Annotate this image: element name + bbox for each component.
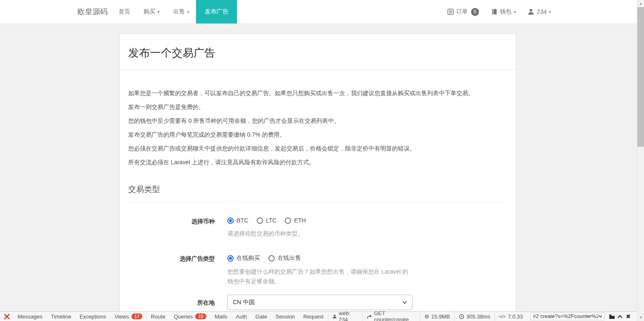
card-body: 如果您是一个频繁的交易者，可以发布自己的交易广告。如果您只想购买或出售一次，我们…	[120, 70, 516, 321]
field-row-coin: 选择币种 BTC LTC ETH	[128, 217, 507, 238]
debugbar-tab-queries[interactable]: Queries10	[170, 312, 211, 321]
route-status-text: GET counter/create	[374, 310, 415, 321]
debugbar-tab-timeline[interactable]: Timeline	[46, 312, 75, 321]
scrollbar-thumb[interactable]	[637, 7, 644, 147]
chevron-up-icon[interactable]	[616, 312, 624, 321]
radio-option-btc[interactable]: BTC	[227, 217, 248, 224]
debugbar-tab-request[interactable]: Request	[299, 312, 327, 321]
orders-label: 订单	[456, 8, 468, 16]
section-divider	[128, 202, 507, 203]
location-select[interactable]: CN 中国	[227, 295, 412, 310]
nav-home-label: 首页	[118, 8, 130, 16]
intro-paragraph: 发布交易广告的用户每笔完成的交易需要缴纳 0.7% 的费用。	[128, 131, 507, 138]
user-icon	[528, 8, 534, 15]
intro-paragraph: 所有交流必须在 Laravel 上进行，请注意高风险有欺诈风险的付款方式。	[128, 159, 507, 166]
time-status-text: 305.38ms	[466, 313, 490, 320]
section-title-trade-type: 交易类型	[128, 184, 507, 195]
php-debugbar: Messages Timeline Exceptions Views17 Rou…	[0, 311, 644, 321]
intro-paragraph: 如果您是一个频繁的交易者，可以发布自己的交易广告。如果您只想购买或出售一次，我们…	[128, 90, 507, 96]
brand[interactable]: 欧皇源码	[77, 7, 108, 17]
coin-radio-group: BTC LTC ETH	[227, 217, 412, 224]
username-label: 234	[537, 8, 546, 15]
debugbar-route-status: GET counter/create	[362, 312, 420, 321]
tab-label: Auth	[236, 313, 247, 320]
wallet-icon	[491, 8, 497, 15]
ad-type-radio-group: 在线购买 在线出售	[227, 254, 412, 262]
ad-type-field-control: 在线购买 在线出售 您想要创建什么样的交易广告？如果您想出售，请确保您在 Lar…	[227, 254, 412, 286]
chevron-down-icon	[598, 315, 602, 318]
main-nav: 首页 购买 ▾ 出售 ▾ 发布广告	[112, 0, 237, 23]
vertical-scrollbar[interactable]: ▲ ▼	[637, 0, 644, 321]
wallet-menu[interactable]: 钱包 ▾	[485, 8, 522, 16]
debugbar-tab-mails[interactable]: Mails	[211, 312, 232, 321]
folder-icon[interactable]	[608, 312, 616, 321]
debugbar-tab-gate[interactable]: Gate	[251, 312, 271, 321]
location-select-value: CN 中国	[233, 299, 255, 306]
radio-option-online-sell[interactable]: 在线出售	[268, 254, 301, 262]
tab-label: Route	[151, 313, 165, 320]
coin-field-label: 选择币种	[128, 217, 215, 238]
radio-online-sell-label: 在线出售	[278, 254, 301, 262]
wallet-label: 钱包	[500, 8, 512, 16]
radio-unchecked-icon	[257, 217, 263, 224]
intro-paragraphs: 如果您是一个频繁的交易者，可以发布自己的交易广告。如果您只想购买或出售一次，我们…	[128, 90, 507, 166]
close-icon[interactable]: ✖	[624, 312, 632, 321]
history-select-value: #2 create?s=%2Fcounter%2F	[533, 313, 598, 319]
nav-item-home[interactable]: 首页	[112, 0, 137, 23]
scrollbar-up-arrow-icon[interactable]: ▲	[637, 0, 644, 7]
nav-item-sell[interactable]: 出售 ▾	[167, 0, 196, 23]
queries-count-badge: 10	[195, 313, 206, 319]
debugbar-logo-icon[interactable]	[4, 313, 10, 320]
memory-status-text: 15.9MB	[431, 313, 450, 320]
screen: 欧皇源码 首页 购买 ▾ 出售 ▾ 发布广告 订单 5	[0, 0, 644, 321]
ad-type-field-label: 选择广告类型	[128, 254, 215, 286]
tab-label: Exceptions	[80, 313, 106, 320]
debugbar-tab-auth[interactable]: Auth	[232, 312, 251, 321]
ad-form-card: 发布一个交易广告 如果您是一个频繁的交易者，可以发布自己的交易广告。如果您只想购…	[119, 34, 516, 321]
intro-paragraph: 您的钱包中至少需要有 0 所售币种的可用余额，您的广告才会显示在交易列表中。	[128, 117, 507, 124]
debugbar-history-select[interactable]: #2 create?s=%2Fcounter%2F	[531, 313, 605, 320]
tab-label: Session	[276, 313, 295, 320]
chevron-down-icon: ▾	[157, 9, 160, 15]
tab-label: Queries	[174, 313, 193, 320]
auth-status-text: web: 234	[339, 310, 358, 321]
radio-checked-icon	[227, 217, 234, 224]
debugbar-time-status: 305.38ms	[454, 312, 495, 321]
user-menu[interactable]: 234 ▾	[522, 8, 557, 15]
debugbar-auth-status: web: 234	[328, 312, 362, 321]
code-icon: </>	[499, 314, 506, 319]
clock-icon	[459, 314, 464, 319]
chevron-down-icon: ▾	[549, 9, 551, 15]
radio-checked-icon	[227, 255, 234, 261]
ad-type-help-text: 您想要创建什么样的交易广告？如果您想出售，请确保您在 Laravel 的钱包中有…	[227, 267, 412, 286]
tab-label: Request	[303, 313, 323, 320]
nav-item-post-ad[interactable]: 发布广告	[196, 0, 237, 23]
debugbar-tab-exceptions[interactable]: Exceptions	[75, 312, 111, 321]
debugbar-tab-views[interactable]: Views17	[111, 312, 147, 321]
radio-online-buy-label: 在线购买	[237, 254, 260, 262]
gears-icon: ⚙	[424, 313, 429, 320]
radio-option-eth[interactable]: ETH	[285, 217, 306, 224]
debugbar-tab-session[interactable]: Session	[271, 312, 299, 321]
debugbar-tab-messages[interactable]: Messages	[13, 312, 46, 321]
page-title: 发布一个交易广告	[128, 46, 507, 60]
tab-label: Gate	[255, 313, 267, 320]
coin-help-text: 请选择你想交易的币种类型。	[227, 229, 412, 238]
orders-list-icon	[447, 8, 454, 15]
coin-field-control: BTC LTC ETH 请选择你想交易的币种类型。	[227, 217, 412, 238]
radio-option-ltc[interactable]: LTC	[257, 217, 276, 224]
top-navbar: 欧皇源码 首页 购买 ▾ 出售 ▾ 发布广告 订单 5	[0, 0, 644, 24]
radio-eth-label: ETH	[294, 217, 306, 224]
nav-item-buy[interactable]: 购买 ▾	[137, 0, 167, 23]
radio-unchecked-icon	[268, 255, 275, 261]
radio-ltc-label: LTC	[266, 217, 276, 224]
orders-menu[interactable]: 订单 5	[441, 8, 485, 16]
debugbar-tab-route[interactable]: Route	[147, 312, 170, 321]
tab-label: Views	[115, 313, 129, 320]
scrollbar-down-arrow-icon[interactable]: ▼	[637, 314, 644, 321]
user-icon	[332, 314, 337, 319]
radio-option-online-buy[interactable]: 在线购买	[227, 254, 260, 262]
debugbar-php-version: </> 7.0.33	[495, 312, 527, 321]
php-version-text: 7.0.33	[508, 313, 523, 320]
redo-arrow-icon	[367, 314, 372, 319]
